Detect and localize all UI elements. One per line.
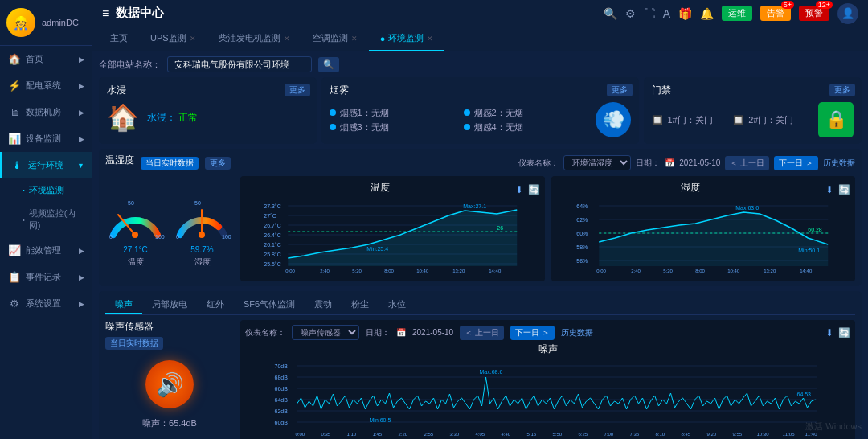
- svg-text:60.28: 60.28: [808, 227, 822, 232]
- noise-next-button[interactable]: 下一日 ＞: [510, 326, 555, 340]
- door-card: 门禁 更多 🔲 1#门：关门 🔲 2#门：关门: [644, 77, 862, 144]
- temp-download-icon[interactable]: ⬇: [515, 184, 523, 195]
- temp-layout: 0 50 100 27.1°C 温度: [105, 176, 855, 281]
- sidebar-item-events[interactable]: 📋 事件记录 ▶: [0, 264, 92, 290]
- tab-diesel-close[interactable]: ✕: [284, 35, 290, 43]
- tab-env[interactable]: ● 环境监测 ✕: [369, 27, 445, 51]
- tab-ac[interactable]: 空调监测 ✕: [301, 27, 369, 51]
- user-avatar[interactable]: 👤: [837, 3, 858, 24]
- svg-text:5:20: 5:20: [352, 269, 362, 273]
- svg-text:58%: 58%: [576, 244, 588, 250]
- hum-chart-svg: 64% 62% 60% 58% 56% 60.28: [556, 198, 851, 274]
- svg-text:Max:68.6: Max:68.6: [480, 369, 503, 375]
- svg-text:0:00: 0:00: [596, 269, 606, 273]
- sidebar-item-datacenter[interactable]: 🖥 数据机房 ▶: [0, 99, 92, 125]
- station-search-button[interactable]: 🔍: [318, 57, 339, 72]
- svg-text:0:00: 0:00: [296, 432, 305, 437]
- noise-refresh-icon[interactable]: 🔄: [838, 327, 850, 338]
- fullscreen-icon[interactable]: ⛶: [644, 7, 655, 20]
- door-more-button[interactable]: 更多: [829, 84, 855, 96]
- bottom-tab-dust[interactable]: 粉尘: [342, 296, 379, 314]
- temp-chart-svg: 27.3°C 27°C 26.7°C 26.4°C 26.1°C 25.8°C …: [245, 198, 540, 274]
- sidebar-item-env[interactable]: 🌡 运行环境 ▼: [0, 152, 92, 178]
- sidebar-label-datacenter: 数据机房: [26, 106, 61, 118]
- sidebar-sub-envmonitor[interactable]: 环境监测: [0, 178, 92, 202]
- svg-text:68dB: 68dB: [275, 375, 289, 380]
- topbar: ≡ 数据中心 🔍 ⚙ ⛶ A 🎁 🔔 运维 告警 5+ 预警 12+: [92, 0, 868, 27]
- sidebar-item-device[interactable]: 📊 设备监测 ▶: [0, 125, 92, 152]
- bottom-tab-sf6[interactable]: SF6气体监测: [234, 296, 305, 314]
- bottom-tab-water[interactable]: 水位: [379, 296, 416, 314]
- svg-text:27.3°C: 27.3°C: [264, 203, 280, 209]
- sidebar-item-efficiency[interactable]: 📈 能效管理 ▶: [0, 237, 92, 264]
- badge-alarm-count: 5+: [781, 1, 794, 9]
- station-input[interactable]: [167, 56, 312, 72]
- temp-gauge-label: 温度: [105, 256, 166, 268]
- svg-text:5:20: 5:20: [663, 269, 673, 273]
- noise-sensor-select[interactable]: 噪声传感器: [292, 325, 359, 340]
- svg-text:50: 50: [128, 200, 134, 206]
- smoke-item-1: 烟感1：无烟: [330, 107, 454, 119]
- date-value: 2021-05-10: [679, 158, 720, 167]
- noise-download-icon[interactable]: ⬇: [825, 327, 833, 338]
- tab-env-close[interactable]: ✕: [427, 35, 433, 43]
- tab-home[interactable]: 主页: [99, 27, 139, 51]
- hum-download-icon[interactable]: ⬇: [825, 184, 833, 195]
- badge-alarm[interactable]: 告警 5+: [760, 6, 791, 21]
- water-more-button[interactable]: 更多: [285, 84, 310, 96]
- smoke-more-button[interactable]: 更多: [607, 84, 633, 96]
- badge-ops[interactable]: 运维: [722, 6, 752, 21]
- noise-prev-button[interactable]: ＜ 上一日: [460, 326, 504, 340]
- badge-warn[interactable]: 预警 12+: [799, 6, 829, 21]
- temp-refresh-icon[interactable]: 🔄: [528, 184, 540, 195]
- noise-date-value: 2021-05-10: [412, 328, 453, 337]
- sidebar-item-power[interactable]: ⚡ 配电系统 ▶: [0, 72, 92, 99]
- svg-text:6:25: 6:25: [579, 432, 588, 437]
- svg-text:11:05: 11:05: [783, 432, 796, 437]
- bottom-tab-partial[interactable]: 局部放电: [142, 296, 197, 314]
- bottom-tab-vibration[interactable]: 震动: [305, 296, 342, 314]
- noise-realtime-badge[interactable]: 当日实时数据: [105, 337, 163, 350]
- tab-home-label: 主页: [110, 32, 128, 44]
- tab-diesel-label: 柴油发电机监测: [219, 32, 280, 44]
- prev-day-button[interactable]: ＜ 上一日: [725, 156, 769, 170]
- sidebar-item-home[interactable]: 🏠 首页 ▶: [0, 46, 92, 72]
- tab-ac-close[interactable]: ✕: [351, 35, 358, 43]
- door-item-1: 🔲 1#门：关门: [652, 114, 729, 126]
- svg-point-6: [199, 232, 205, 238]
- font-icon[interactable]: A: [663, 7, 670, 20]
- temp-realtime-badge[interactable]: 当日实时数据: [141, 157, 199, 170]
- smoke-item-2: 烟感2：无烟: [464, 107, 588, 119]
- bottom-tab-noise[interactable]: 噪声: [105, 296, 142, 314]
- sidebar-item-settings[interactable]: ⚙ 系统设置 ▶: [0, 290, 92, 317]
- tab-ups[interactable]: UPS监测 ✕: [139, 27, 207, 51]
- sidebar-sub-video[interactable]: 视频监控(内网): [0, 202, 92, 237]
- noise-chart-area: 仪表名称： 噪声传感器 日期： 📅 2021-05-10 ＜ 上一日 下一日 ＞…: [240, 320, 855, 439]
- bottom-tab-ir[interactable]: 红外: [197, 296, 234, 314]
- sidebar-label-env: 运行环境: [28, 159, 63, 171]
- temp-more-badge[interactable]: 更多: [205, 157, 231, 170]
- temp-section-title: 温湿度: [105, 154, 134, 167]
- settings2-icon[interactable]: ⚙: [625, 7, 636, 20]
- smoke-card-title: 烟雾: [330, 84, 632, 97]
- history-link[interactable]: 历史数据: [823, 158, 855, 169]
- next-day-button[interactable]: 下一日 ＞: [774, 156, 818, 170]
- search-icon[interactable]: 🔍: [604, 7, 617, 20]
- tab-ups-close[interactable]: ✕: [190, 35, 196, 43]
- hum-chart-title: 湿度: [681, 181, 700, 195]
- sidebar-label-home: 首页: [26, 53, 43, 65]
- svg-text:2:40: 2:40: [631, 269, 641, 273]
- svg-text:Max:27.1: Max:27.1: [463, 203, 486, 209]
- gift-icon[interactable]: 🎁: [678, 7, 692, 20]
- sensor-select[interactable]: 环境温湿度: [563, 155, 631, 170]
- tab-diesel[interactable]: 柴油发电机监测 ✕: [207, 27, 301, 51]
- bottom-section: 噪声 局部放电 红外 SF6气体监测 震动 粉尘: [99, 291, 862, 439]
- svg-text:0: 0: [176, 234, 179, 240]
- noise-chart-svg: 70dB 68dB 66dB 64dB 62dB 60dB Max:68.6 M…: [245, 359, 850, 439]
- noise-history-link[interactable]: 历史数据: [561, 327, 593, 338]
- badge-warn-count: 12+: [816, 1, 833, 9]
- temp-chart-title: 温度: [371, 181, 390, 195]
- hum-refresh-icon[interactable]: 🔄: [838, 184, 850, 195]
- menu-toggle-icon[interactable]: ≡: [102, 6, 109, 21]
- bell-icon[interactable]: 🔔: [700, 7, 714, 20]
